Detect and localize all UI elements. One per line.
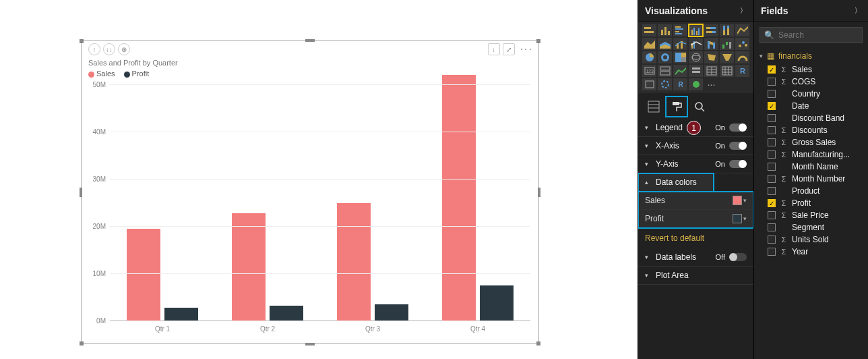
fields-header[interactable]: Fields 〉: [754, 0, 868, 22]
treemap-icon[interactable]: [673, 51, 687, 63]
datacolor-profit-row[interactable]: Profit ▾: [638, 210, 753, 228]
field-checkbox[interactable]: [768, 163, 776, 171]
donut-chart-icon[interactable]: [658, 51, 672, 63]
field-checkbox[interactable]: ✓: [768, 65, 776, 74]
analytics-icon[interactable]: [689, 97, 710, 116]
ribbon-chart-icon[interactable]: [704, 38, 718, 50]
bar-profit[interactable]: [164, 308, 198, 321]
kpi-icon[interactable]: [673, 65, 687, 77]
visualizations-header[interactable]: Visualizations 〉: [638, 0, 753, 22]
bar-profit[interactable]: [480, 285, 514, 321]
field-row[interactable]: ΣDiscounts: [754, 124, 868, 136]
field-row[interactable]: ✓Date: [754, 100, 868, 112]
matrix-icon[interactable]: [720, 65, 734, 77]
search-input[interactable]: [778, 30, 858, 40]
field-checkbox[interactable]: [768, 187, 776, 195]
field-row[interactable]: ΣMonth Number: [754, 173, 868, 185]
slicer-icon[interactable]: [689, 65, 703, 77]
legend-toggle[interactable]: [729, 123, 747, 132]
field-row[interactable]: ✓ΣSales: [754, 63, 868, 76]
focus-mode-icon[interactable]: ⤢: [503, 43, 515, 55]
r-visual-icon[interactable]: R: [735, 65, 749, 77]
fields-search[interactable]: 🔍: [760, 27, 863, 43]
stacked-area-icon[interactable]: [658, 38, 672, 50]
format-roller-icon[interactable]: [666, 97, 687, 116]
line-chart-icon[interactable]: [735, 24, 749, 36]
card-icon[interactable]: 123: [642, 65, 656, 77]
drill-down-icon[interactable]: ↓↓: [103, 43, 115, 55]
field-checkbox[interactable]: ✓: [768, 199, 776, 207]
py-visual-icon[interactable]: [642, 78, 656, 90]
funnel-icon[interactable]: [720, 51, 734, 63]
field-row[interactable]: ΣYear: [754, 246, 868, 258]
field-checkbox[interactable]: [768, 211, 776, 219]
table-financials[interactable]: ▾ ▦ financials: [754, 49, 868, 63]
line-stacked-column-icon[interactable]: [673, 38, 687, 50]
gauge-icon[interactable]: [735, 51, 749, 63]
bar-profit[interactable]: [270, 306, 303, 321]
field-row[interactable]: Product: [754, 185, 868, 197]
bar-profit[interactable]: [375, 304, 408, 321]
multi-card-icon[interactable]: [658, 65, 672, 77]
field-checkbox[interactable]: [768, 126, 776, 134]
sales-color-swatch[interactable]: [733, 196, 742, 205]
field-checkbox[interactable]: [768, 90, 776, 98]
filled-map-icon[interactable]: [704, 51, 718, 63]
datalabels-toggle[interactable]: [729, 253, 747, 261]
chevron-right-icon[interactable]: 〉: [855, 6, 861, 16]
format-yaxis-row[interactable]: ▾ Y-Axis On: [638, 155, 753, 173]
chevron-right-icon[interactable]: 〉: [740, 6, 747, 16]
format-legend-row[interactable]: ▾ Legend 1 On: [638, 119, 753, 137]
drill-up-icon[interactable]: ↑: [88, 43, 100, 55]
chart-visual[interactable]: ↑ ↓↓ ⊕ ↓ ⤢ ··· Sales and Profit by Quart…: [81, 40, 539, 344]
field-checkbox[interactable]: [768, 236, 776, 244]
field-row[interactable]: Month Name: [754, 161, 868, 173]
bar-group[interactable]: [221, 213, 313, 321]
field-row[interactable]: ΣSale Price: [754, 209, 868, 221]
key-influencers-icon[interactable]: [658, 78, 672, 90]
bar-sales[interactable]: [337, 203, 371, 321]
scatter-icon[interactable]: [735, 38, 749, 50]
export-icon[interactable]: ↓: [488, 43, 500, 55]
format-datacolors-row[interactable]: ▴ Data colors: [638, 173, 714, 192]
map-icon[interactable]: [689, 51, 703, 63]
bar-group[interactable]: [116, 229, 208, 321]
waterfall-icon[interactable]: [720, 38, 734, 50]
bar-group[interactable]: [431, 75, 524, 321]
field-row[interactable]: Discount Band: [754, 112, 868, 124]
arcgis-icon[interactable]: [689, 78, 703, 90]
stacked-bar-icon[interactable]: [642, 24, 656, 36]
expand-icon[interactable]: ⊕: [118, 43, 130, 55]
field-checkbox[interactable]: [768, 138, 776, 146]
format-plotarea-row[interactable]: ▾ Plot Area: [638, 267, 753, 285]
field-row[interactable]: ΣUnits Sold: [754, 233, 868, 246]
hundred-stacked-column-icon[interactable]: [720, 24, 734, 36]
field-checkbox[interactable]: [768, 78, 776, 86]
more-visuals-icon[interactable]: ···: [704, 78, 718, 90]
bar-sales[interactable]: [127, 229, 160, 321]
line-clustered-column-icon[interactable]: [689, 38, 703, 50]
dropdown-arrow-icon[interactable]: ▾: [743, 197, 747, 204]
stacked-column-icon[interactable]: [658, 24, 672, 36]
bar-group[interactable]: [326, 203, 418, 321]
field-checkbox[interactable]: ✓: [768, 102, 776, 110]
fields-well-icon[interactable]: [644, 97, 664, 116]
xaxis-toggle[interactable]: [729, 142, 747, 150]
dropdown-arrow-icon[interactable]: ▾: [743, 215, 747, 222]
field-row[interactable]: ✓ΣProfit: [754, 197, 868, 209]
report-canvas[interactable]: ↑ ↓↓ ⊕ ↓ ⤢ ··· Sales and Profit by Quart…: [0, 0, 638, 359]
field-checkbox[interactable]: [768, 175, 776, 183]
hundred-stacked-bar-icon[interactable]: [704, 24, 718, 36]
field-checkbox[interactable]: [768, 150, 776, 159]
bar-sales[interactable]: [442, 75, 476, 321]
field-row[interactable]: ΣCOGS: [754, 76, 868, 88]
table-icon[interactable]: [704, 65, 718, 77]
field-row[interactable]: Segment: [754, 221, 868, 233]
clustered-bar-icon[interactable]: [673, 24, 687, 36]
field-row[interactable]: Country: [754, 88, 868, 100]
clustered-column-icon[interactable]: [689, 24, 703, 36]
pie-chart-icon[interactable]: [642, 51, 656, 63]
field-checkbox[interactable]: [768, 223, 776, 231]
format-datalabels-row[interactable]: ▾ Data labels Off: [638, 248, 753, 267]
revert-default-link[interactable]: Revert to default: [638, 228, 753, 248]
